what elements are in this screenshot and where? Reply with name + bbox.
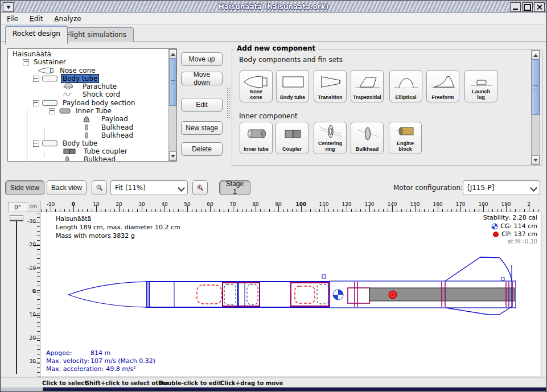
velocity-value: 107 m/s (Mach 0.32) [91,357,155,365]
tab-bar: Rocket design Flight simulations [1,25,546,42]
delete-button[interactable]: Delete [181,142,223,156]
menu-analyze[interactable]: Analyze [48,14,87,24]
tree-item-bulkhead[interactable]: Bulkhead [63,155,117,162]
hint-click: Click to select [42,380,87,386]
add-coupler-button[interactable]: Coupler [275,122,309,154]
tree-item-bulkhead[interactable]: Bulkhead [82,123,134,131]
add-elliptical-fin-button[interactable]: Elliptical [389,70,422,102]
motor-configuration-select[interactable]: [J115-P] [463,180,540,195]
edit-button[interactable]: Edit [181,98,223,112]
zoom-in-button[interactable] [192,180,208,195]
scrollbar-thumb[interactable] [169,58,176,106]
tree-item-parachute[interactable]: Parachute [63,82,118,90]
collapse-icon[interactable] [33,100,39,106]
window-bottom-edge [1,387,546,391]
cp-readout: CP: 137 cm [492,230,537,238]
apogee-value: 814 m [91,349,110,357]
maximize-button[interactable] [522,2,533,12]
nose-cone-icon [38,67,56,74]
tree-item-payload[interactable]: Payload [82,115,129,123]
scroll-up-icon [533,54,538,57]
vertical-ruler [27,212,40,377]
bulkhead-icon [353,124,382,143]
tube-coupler-icon [63,148,76,155]
launch-lug-shape[interactable] [322,275,326,278]
collapse-icon[interactable] [33,76,39,82]
tree-item-body-tube-selected[interactable]: Body tube [33,75,98,82]
tree-item-body-tube[interactable]: Body tube [33,139,98,147]
transition-icon [316,72,345,92]
mach-condition: at M=0.30 [508,238,538,245]
minimize-button[interactable] [510,2,521,12]
collapse-icon[interactable] [23,59,29,65]
rotation-slider-track[interactable] [16,219,17,374]
scroll-down-button[interactable] [532,155,540,164]
add-centering-ring-button[interactable]: Centering ring [314,122,347,154]
tree-item-tube-coupler[interactable]: Tube coupler [63,147,129,155]
title-bar[interactable]: Haisunäätä (haisunaata.ork) [1,1,546,13]
scroll-up-button[interactable] [169,49,176,59]
add-bulkhead-button[interactable]: Bulkhead [351,122,384,154]
acceleration-label: Max. acceleration: [46,365,104,373]
add-transition-button[interactable]: Transition [314,70,347,102]
menu-edit[interactable]: Edit [24,14,48,24]
tree-item-bulkhead[interactable]: Bulkhead [82,131,134,139]
tree-scrollbar[interactable] [168,49,177,161]
add-engine-block-button[interactable]: Engine block [389,122,422,154]
centering-ring-icon [316,123,345,140]
zoom-in-icon [196,183,204,193]
inner-tube-icon [242,124,271,143]
scroll-up-button[interactable] [532,51,540,60]
nose-cone-shape[interactable] [68,282,147,307]
add-trapezoidal-fin-button[interactable]: Trapezoidal [351,70,384,102]
palette-scrollbar[interactable] [531,50,540,165]
stability-value: Stability: 2.28 cal [483,214,537,221]
component-tree[interactable]: Haisunäätä Sustainer Nose cone Body tube… [7,48,177,162]
zoom-out-button[interactable] [92,180,107,195]
zoom-level-select[interactable]: Fit (11%) [110,180,188,195]
rotation-angle-value: 0° [8,202,27,212]
move-down-button[interactable]: Move down [181,72,223,85]
body-tube-icon [41,100,59,106]
add-inner-tube-button[interactable]: Inner tube [240,122,273,154]
add-freeform-fin-button[interactable]: Freeform [426,70,459,102]
add-body-tube-button[interactable]: Body tube [276,70,309,102]
tree-item-nose-cone[interactable]: Nose cone [38,67,97,75]
cp-marker [389,291,397,299]
cg-icon [491,223,498,230]
rotation-slider-handle[interactable] [10,215,23,221]
coupler-icon [278,124,307,143]
chevron-down-icon [530,184,537,192]
nose-cone-icon [242,72,271,92]
scroll-down-button[interactable] [169,151,176,160]
launch-lug-shape[interactable] [501,278,504,280]
tree-item-payload-body-section[interactable]: Payload body section [33,99,136,107]
inner-component-label: Inner component [239,112,298,120]
menu-file[interactable]: File [1,14,24,24]
scrollbar-thumb[interactable] [532,59,540,115]
tree-item-shock-cord[interactable]: Shock cord [63,90,121,98]
rocket-mass: Mass with motors 3832 g [56,232,135,240]
shock-cord-icon [63,91,73,98]
back-view-button[interactable]: Back view [47,180,87,195]
stage-1-button[interactable]: Stage 1 [219,180,250,195]
tree-item-rocket[interactable]: Haisunäätä [11,50,52,58]
add-launch-lug-button[interactable]: Launch lug [464,70,497,102]
flight-summary: Apogee:814 m Max. velocity:107 m/s (Mach… [46,349,155,373]
freeform-fin-icon [429,72,458,92]
tab-rocket-design[interactable]: Rocket design [5,26,68,44]
side-view-button[interactable]: Side view [5,180,44,195]
collapse-icon[interactable] [33,141,39,147]
bulkhead-icon [82,124,91,131]
new-stage-button[interactable]: New stage [181,121,223,135]
scroll-down-icon [533,159,538,162]
tree-item-stage[interactable]: Sustainer [23,58,67,66]
close-button[interactable] [534,2,545,12]
add-nose-cone-button[interactable]: Nose cone [240,70,273,102]
tab-flight-simulations[interactable]: Flight simulations [59,27,134,42]
maximize-icon [524,4,531,11]
move-up-button[interactable]: Move up [181,52,223,66]
tree-item-inner-tube[interactable]: Inner Tube [49,107,113,115]
collapse-icon[interactable] [49,108,55,114]
elliptical-fin-icon [392,72,421,92]
